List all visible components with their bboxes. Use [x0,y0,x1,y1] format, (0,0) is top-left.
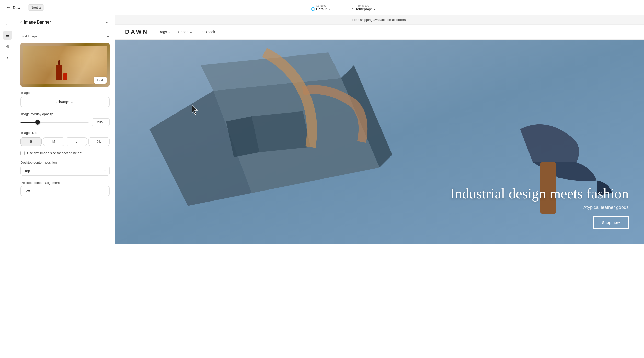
opacity-row: 20 % [20,118,110,126]
image-thumbnail-container: Edit [20,43,110,87]
desktop-alignment-select[interactable]: Left ↕ [20,186,110,196]
size-btn-m[interactable]: M [43,137,64,146]
panel-back-button[interactable]: ‹ [20,20,22,25]
image-size-label: Image size [20,131,110,135]
context-label: Context [316,4,326,7]
rail-sections-icon[interactable]: ☰ [3,31,12,40]
app-name[interactable]: Dawn ⌄ [13,5,26,10]
first-image-header: First Image ≣ [20,34,110,41]
topbar-center: Context 🌐 Default ⌄ Template ⌂ Homepage … [48,4,638,12]
database-icon[interactable]: ≣ [106,35,110,40]
preview-frame: Free shipping available on all orders! D… [115,15,644,358]
store-nav-links: Bags ⌄ Shoes ⌄ Lookbook [159,30,215,34]
main-layout: ← ☰ ⚙ ⋄ ‹ Image Banner ··· First Image ≣ [0,15,644,358]
nav-shoes[interactable]: Shoes ⌄ [178,30,192,34]
hero-cta-button[interactable]: Shop now [593,216,629,229]
checkbox-label: Use first image size for section height [27,151,82,155]
template-section: Template ⌂ Homepage ⌄ [351,4,375,11]
nav-lookbook[interactable]: Lookbook [200,30,215,34]
hero-content: Industrial design meets fashion Atypical… [450,186,629,229]
template-label: Template [358,4,369,7]
image-field-label: Image [20,91,110,95]
nav-bags[interactable]: Bags ⌄ [159,30,171,34]
checkbox-row: Use first image size for section height [20,151,110,155]
opacity-label: Image overlay opacity [20,112,110,116]
panel-more-button[interactable]: ··· [106,19,110,25]
preview-area: Free shipping available on all orders! D… [115,15,644,358]
opacity-slider[interactable] [20,122,89,123]
panel-body: First Image ≣ [15,29,115,206]
desktop-position-label: Desktop content position [20,161,110,164]
settings-panel: ‹ Image Banner ··· First Image ≣ [15,15,115,358]
small-bottle [63,73,67,80]
size-btn-s[interactable]: S [20,137,42,146]
opacity-input: 20 % [92,118,110,126]
first-image-label: First Image [20,34,37,38]
context-section: Context 🌐 Default ⌄ [311,4,331,11]
panel-title: Image Banner [24,20,51,25]
hero-title: Industrial design meets fashion [450,186,629,202]
bottle-neck [58,60,60,65]
size-btn-xl[interactable]: XL [88,137,110,146]
store-logo: DAWN [125,29,148,35]
store-nav: DAWN Bags ⌄ Shoes ⌄ Lookbook [115,25,644,40]
desktop-alignment-group: Desktop content alignment Left ↕ [20,181,110,196]
hero-subtitle: Atypical leather goods [450,205,629,210]
panel-header-left: ‹ Image Banner [20,20,51,25]
theme-badge[interactable]: Neutral [28,4,44,11]
change-image-button[interactable]: Change ⌄ [20,97,110,107]
slider-thumb[interactable] [35,120,40,125]
desktop-position-group: Desktop content position Top ↕ [20,161,110,176]
rail-back-icon[interactable]: ← [3,19,12,29]
slider-fill [20,122,38,123]
icon-rail: ← ☰ ⚙ ⋄ [0,15,15,358]
edit-button[interactable]: Edit [94,77,107,84]
back-icon[interactable]: ← [6,5,11,10]
template-value[interactable]: ⌂ Homepage ⌄ [351,7,375,11]
desktop-alignment-label: Desktop content alignment [20,181,110,185]
panel-header: ‹ Image Banner ··· [15,15,115,29]
topbar: ← Dawn ⌄ Neutral Context 🌐 Default ⌄ Tem… [0,0,644,15]
svg-marker-5 [252,111,310,152]
store-announcement: Free shipping available on all orders! [115,15,644,25]
rail-settings-icon[interactable]: ⚙ [3,42,12,51]
use-first-image-checkbox[interactable] [20,151,25,155]
context-value[interactable]: 🌐 Default ⌄ [311,7,331,11]
rail-apps-icon[interactable]: ⋄ [3,53,12,62]
hero-banner: Industrial design meets fashion Atypical… [115,40,644,244]
topbar-divider [341,4,341,12]
size-buttons: S M L XL [20,137,110,146]
bottle-body [56,65,62,80]
size-btn-l[interactable]: L [66,137,87,146]
desktop-position-select[interactable]: Top ↕ [20,166,110,176]
topbar-left: ← Dawn ⌄ Neutral [6,4,44,11]
